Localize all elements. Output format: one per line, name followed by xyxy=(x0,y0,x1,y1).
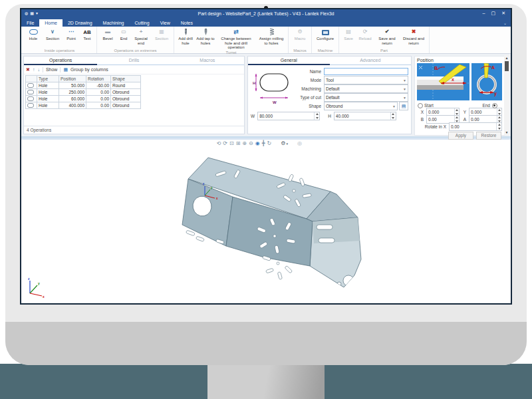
start-radio[interactable] xyxy=(418,103,423,108)
height-input[interactable] xyxy=(334,112,390,120)
point-button[interactable]: ⋯ Point xyxy=(63,27,79,41)
change-hole-drill-button[interactable]: ⇄ Change between hole and drill operatio… xyxy=(216,27,256,50)
tab-cutting[interactable]: Cutting xyxy=(129,19,154,27)
type-of-cut-select[interactable]: Default▼ xyxy=(324,93,408,102)
chevron-down-icon: ▼ xyxy=(403,96,406,100)
discard-and-return-button[interactable]: ✖ Discard and return xyxy=(400,27,427,45)
ribbon-group-turret: Add drill hole Add tap to holes ⇄ Change… xyxy=(174,27,289,53)
tab-machining[interactable]: Machining xyxy=(98,19,130,27)
show-button[interactable]: Show xyxy=(46,67,58,72)
add-tap-button[interactable]: Add tap to holes xyxy=(196,27,215,45)
table-row[interactable]: Hole 60.000 0.00 Obround xyxy=(26,96,141,102)
shape-select[interactable]: Obround▼ xyxy=(324,102,398,110)
tab-2d-drawing[interactable]: 2D Drawing xyxy=(63,19,98,27)
maximize-button[interactable]: ▢ xyxy=(491,11,496,16)
reload-button[interactable]: ⟳ Reload xyxy=(356,27,374,41)
text-button[interactable]: AB Text xyxy=(80,27,94,41)
reload-icon: ⟳ xyxy=(363,28,368,36)
section-extremes-icon: ▦ xyxy=(159,28,164,36)
scroll-up-icon[interactable]: ▲ xyxy=(504,55,509,61)
section-extremes-button[interactable]: ▦ Section xyxy=(152,27,172,41)
tab-macros[interactable]: Macros xyxy=(171,57,244,65)
scrollbar-thumb[interactable] xyxy=(505,61,509,71)
width-spin-buttons[interactable] xyxy=(314,112,319,120)
ribbon-group-operations-on-extremes: ▬ Bevel ▭ End + Special end ▦ Section xyxy=(97,27,174,53)
tap-icon xyxy=(202,28,209,36)
table-row[interactable]: Hole 50.000 -60.00 Round xyxy=(26,82,141,89)
operations-panel-tabs: Operations Drills Macros xyxy=(24,57,244,65)
special-end-button[interactable]: + Special end xyxy=(131,27,151,45)
ribbon-group-inside-operations: Hole ∨ Section ⋯ Point AB Text Ins xyxy=(23,27,97,53)
table-row[interactable]: Hole 250.000 0.00 Obround xyxy=(26,89,141,96)
add-drill-hole-button[interactable]: Add drill hole xyxy=(176,27,195,45)
section-button[interactable]: ∨ Section xyxy=(43,27,63,41)
iso-view-icon[interactable]: ⊡ xyxy=(229,140,234,146)
view-settings-icon[interactable]: ⚙▾ xyxy=(281,140,288,146)
restore-button[interactable]: Restore xyxy=(476,132,501,140)
table-row[interactable]: Hole 400.000 0.00 Obround xyxy=(26,102,141,109)
table-header-row: Type Position Rotation Shape xyxy=(26,76,141,82)
fit-view-icon[interactable]: ⊞ xyxy=(236,140,241,146)
refresh-view-icon[interactable]: ↻ xyxy=(267,140,272,146)
end-button[interactable]: ▭ End xyxy=(117,27,130,41)
shape-label: Shape xyxy=(292,104,324,108)
minimize-button[interactable]: – xyxy=(483,11,485,16)
position-diagram-section: A y xyxy=(471,63,502,100)
group-columns-icon[interactable]: ▦ xyxy=(63,67,68,72)
width-stepper xyxy=(257,112,320,120)
rotate-in-x-stepper xyxy=(449,122,502,131)
macro-button[interactable]: ⚙ Macro xyxy=(291,27,309,41)
end-radio[interactable] xyxy=(492,103,497,108)
hole-button[interactable]: Hole xyxy=(25,27,42,41)
tab-operations[interactable]: Operations xyxy=(24,57,97,65)
assign-milling-button[interactable]: Assign milling to holes xyxy=(257,27,286,45)
save-and-return-button[interactable]: ✔ Save and return xyxy=(374,27,400,45)
type-of-cut-label: Type of cut xyxy=(292,95,324,100)
tab-general[interactable]: General xyxy=(248,57,330,65)
tab-view[interactable]: View xyxy=(155,19,176,27)
move-down-icon[interactable]: ↓ xyxy=(37,67,40,72)
rotate-in-x-input[interactable] xyxy=(450,123,496,130)
text-icon: AB xyxy=(83,28,91,36)
tab-file[interactable]: File xyxy=(21,19,39,27)
collapse-ribbon-icon[interactable]: ⌄ xyxy=(503,21,507,25)
move-up-icon[interactable]: ↑ xyxy=(33,67,35,72)
name-input[interactable] xyxy=(324,68,408,75)
chevron-down-icon: ▼ xyxy=(403,78,406,82)
group-by-columns-button[interactable]: Group by columns xyxy=(70,67,108,72)
bevel-button[interactable]: ▬ Bevel xyxy=(99,27,116,41)
position-title: Position xyxy=(415,57,504,63)
rotate-right-icon[interactable]: ⟳ xyxy=(223,140,227,146)
width-input[interactable] xyxy=(258,112,314,120)
orbit-icon[interactable]: ◉ xyxy=(255,140,260,146)
zoom-in-icon[interactable]: ⊕ xyxy=(242,140,247,146)
chevron-down-icon: ▼ xyxy=(403,87,406,91)
svg-text:z: z xyxy=(28,277,30,281)
rotate-left-icon[interactable]: ⟲ xyxy=(217,140,221,146)
pan-icon[interactable]: ╋ xyxy=(262,140,265,146)
rotate-spin-buttons[interactable] xyxy=(496,123,501,130)
apply-button[interactable]: Apply xyxy=(448,132,473,140)
properties-panel: General Advanced H W xyxy=(247,56,412,134)
hole-icon xyxy=(29,28,38,36)
delete-operation-icon[interactable]: ✖ xyxy=(26,67,30,72)
height-spin-buttons[interactable] xyxy=(390,112,396,120)
configure-button[interactable]: Configure xyxy=(314,27,336,41)
point-icon: ⋯ xyxy=(68,28,74,36)
machining-select[interactable]: Default▼ xyxy=(324,84,408,93)
shape-picker-button[interactable]: ▤ xyxy=(399,102,408,110)
tab-notes[interactable]: Notes xyxy=(176,19,198,27)
zoom-out-icon[interactable]: ⊖ xyxy=(249,140,253,146)
tab-advanced[interactable]: Advanced xyxy=(330,57,412,65)
tab-drills[interactable]: Drills xyxy=(97,57,170,65)
viewport-3d[interactable]: ⟲ ⟳ ⊡ ⊞ ⊕ ⊖ ◉ ╋ ↻ ⚙▾ ◎ xyxy=(21,140,511,303)
special-end-icon: + xyxy=(140,28,143,36)
close-button[interactable]: ✕ xyxy=(501,11,505,16)
tab-home[interactable]: Home xyxy=(39,19,63,27)
panel-scrollbar[interactable]: ▲ ▼ xyxy=(504,55,509,135)
rotate-in-x-label: Rotate in X xyxy=(417,124,449,129)
help-icon[interactable]: ◎ xyxy=(297,140,302,146)
scroll-down-icon[interactable]: ▼ xyxy=(504,130,509,135)
mode-select[interactable]: Tool▼ xyxy=(324,76,408,84)
save-button[interactable]: ▤ Save xyxy=(341,27,356,41)
